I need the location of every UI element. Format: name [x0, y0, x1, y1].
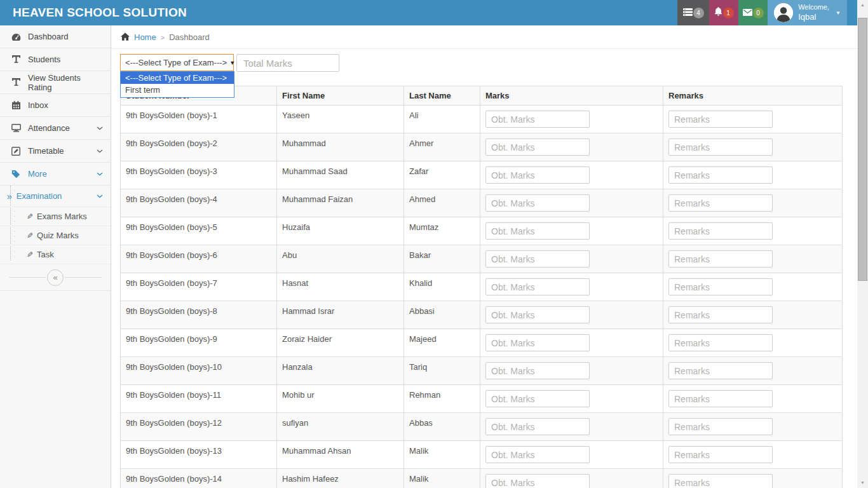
exam-option-select-type[interactable]: <---Select Type of Exam--->: [121, 72, 234, 84]
cell-student-number: 9th BoysGolden (boys)-5: [121, 217, 277, 245]
exam-type-select[interactable]: <---Select Type of Exam---> ▼: [120, 54, 234, 71]
marks-table: Student Number First Name Last Name Mark…: [120, 86, 843, 488]
remarks-input[interactable]: [668, 306, 773, 323]
user-menu[interactable]: Welcome, Iqbal ▼: [768, 0, 847, 25]
sidebar: Dashboard Students View Students Rating …: [0, 25, 111, 488]
cell-student-number: 9th BoysGolden (boys)-1: [121, 105, 277, 133]
exam-select-wrap: <---Select Type of Exam---> ▼ <---Select…: [120, 54, 234, 71]
text-t-icon: [11, 78, 21, 86]
remarks-input[interactable]: [668, 139, 773, 156]
sidebar-item-attendance[interactable]: Attendance: [0, 117, 111, 140]
notifications-count-badge: 1: [723, 8, 734, 18]
cell-first-name: Muhammad Saad: [277, 161, 404, 189]
header-menu-button[interactable]: 4: [677, 0, 709, 25]
sidebar-collapse-button[interactable]: «: [0, 264, 111, 291]
marks-input[interactable]: [485, 334, 590, 351]
marks-input[interactable]: [485, 390, 590, 407]
exam-select-value: <---Select Type of Exam--->: [125, 58, 227, 67]
cell-last-name: Mumtaz: [404, 217, 480, 245]
sidebar-item-label: View Students Rating: [28, 73, 103, 92]
sidebar-item-students[interactable]: Students: [0, 48, 111, 71]
table-row: 9th BoysGolden (boys)-6 Abu Bakar: [121, 245, 843, 273]
breadcrumb-current: Dashboard: [169, 32, 210, 42]
pencil-square-icon: [11, 147, 21, 156]
tag-icon: [11, 170, 21, 179]
remarks-input[interactable]: [668, 222, 773, 240]
cell-first-name: Muhammad: [277, 133, 404, 161]
page-layout: Dashboard Students View Students Rating …: [0, 25, 857, 488]
sidebar-item-label: Quiz Marks: [37, 231, 79, 240]
header-notifications-button[interactable]: 1: [709, 0, 738, 25]
sidebar-item-view-students-rating[interactable]: View Students Rating: [0, 71, 111, 94]
sidebar-item-examination[interactable]: » Examination: [0, 186, 111, 207]
marks-input[interactable]: [485, 474, 590, 488]
marks-input[interactable]: [485, 222, 590, 240]
sidebar-item-label: Examination: [17, 191, 62, 201]
divider: [9, 277, 46, 278]
marks-input[interactable]: [485, 446, 590, 463]
remarks-input[interactable]: [668, 390, 773, 407]
chevron-down-icon: [97, 172, 103, 176]
table-row: 9th BoysGolden (boys)-7 Hasnat Khalid: [121, 273, 843, 301]
cell-first-name: Muhammad Faizan: [277, 189, 404, 217]
sidebar-item-quiz-marks[interactable]: ✎ Quiz Marks: [0, 226, 111, 245]
scrollbar-thumb[interactable]: [858, 18, 867, 281]
cell-first-name: Hashim Hafeez: [277, 469, 404, 488]
cell-first-name: Yaseen: [277, 105, 404, 133]
marks-input[interactable]: [485, 306, 590, 323]
sidebar-item-inbox[interactable]: Inbox: [0, 94, 111, 117]
marks-input[interactable]: [485, 166, 590, 184]
sidebar-item-timetable[interactable]: Timetable: [0, 140, 111, 163]
sidebar-item-more[interactable]: More: [0, 163, 111, 186]
remarks-input[interactable]: [668, 474, 773, 488]
remarks-input[interactable]: [668, 278, 773, 295]
table-row: 9th BoysGolden (boys)-10 Hanzala Tariq: [121, 357, 843, 385]
scroll-down-arrow-icon[interactable]: ▼: [857, 478, 868, 488]
home-icon: [121, 32, 130, 43]
pencil-icon: ✎: [27, 231, 33, 240]
breadcrumb-separator: >: [161, 34, 165, 41]
cell-first-name: Hanzala: [277, 357, 404, 385]
chevron-down-icon: [97, 126, 103, 130]
marks-input[interactable]: [485, 418, 590, 435]
filter-controls: <---Select Type of Exam---> ▼ <---Select…: [120, 54, 848, 72]
total-marks-input[interactable]: [236, 54, 339, 72]
chevron-down-icon: [97, 149, 103, 153]
header-messages-button[interactable]: 0: [738, 0, 768, 25]
cell-first-name: Hasnat: [277, 273, 404, 301]
remarks-input[interactable]: [668, 111, 773, 128]
sidebar-item-dashboard[interactable]: Dashboard: [0, 25, 111, 48]
remarks-input[interactable]: [668, 334, 773, 351]
scroll-up-arrow-icon[interactable]: ▲: [857, 0, 868, 10]
marks-input[interactable]: [485, 362, 590, 379]
marks-input[interactable]: [485, 250, 590, 268]
sidebar-item-task[interactable]: ✎ Task: [0, 245, 111, 264]
main-content: Home > Dashboard <---Select Type of Exam…: [111, 25, 857, 488]
cell-student-number: 9th BoysGolden (boys)-4: [121, 189, 277, 217]
marks-input[interactable]: [485, 194, 590, 212]
remarks-input[interactable]: [668, 194, 773, 212]
marks-input[interactable]: [485, 111, 590, 128]
remarks-input[interactable]: [668, 446, 773, 463]
remarks-input[interactable]: [668, 250, 773, 268]
breadcrumb-home-link[interactable]: Home: [134, 32, 156, 42]
sidebar-item-label: Timetable: [28, 146, 64, 156]
table-row: 9th BoysGolden (boys)-14 Hashim Hafeez M…: [121, 469, 843, 488]
sidebar-item-exams-marks[interactable]: ✎ Exams Marks: [0, 207, 111, 226]
remarks-input[interactable]: [668, 418, 773, 435]
menu-count-badge: 4: [693, 8, 704, 18]
sidebar-item-label: Dashboard: [28, 32, 69, 41]
cell-student-number: 9th BoysGolden (boys)-9: [121, 329, 277, 357]
marks-input[interactable]: [485, 139, 590, 156]
marks-input[interactable]: [485, 278, 590, 295]
cell-first-name: Muhammad Ahsan: [277, 441, 404, 469]
remarks-input[interactable]: [668, 362, 773, 379]
exam-option-first-term[interactable]: First term: [121, 84, 234, 96]
cell-first-name: sufiyan: [277, 413, 404, 441]
top-header-bar: HEAVEN SCHOOL SOLUTION 4 1 0 We: [0, 0, 857, 25]
table-row: 9th BoysGolden (boys)-3 Muhammad Saad Za…: [121, 161, 843, 189]
envelope-icon: [743, 7, 752, 18]
remarks-input[interactable]: [668, 166, 773, 184]
cell-first-name: Mohib ur: [277, 385, 404, 413]
cell-first-name: Zoraiz Haider: [277, 329, 404, 357]
